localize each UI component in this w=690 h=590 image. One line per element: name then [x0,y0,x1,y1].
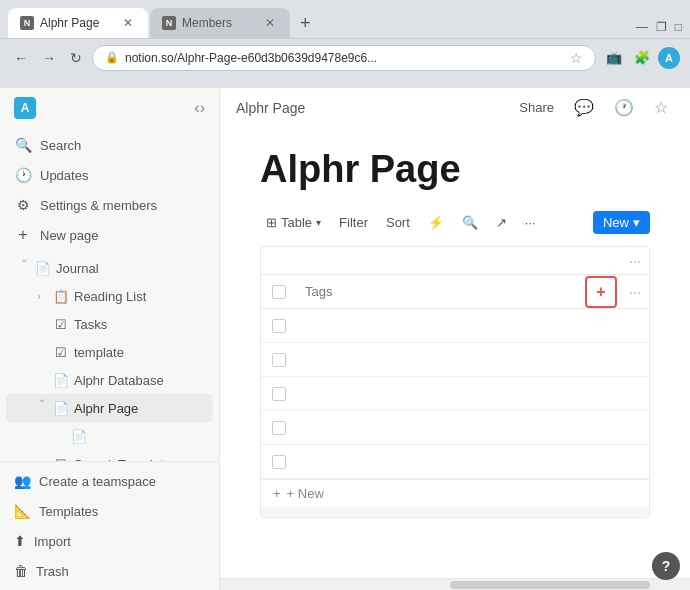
row-1-checkbox[interactable] [272,319,286,333]
bookmark-icon[interactable]: ☆ [570,50,583,66]
share-button[interactable]: Share [513,97,560,118]
sidebar-item-templates[interactable]: 📐 Templates [6,496,213,526]
extension-puzzle-icon[interactable]: 🧩 [630,48,654,67]
tab-title-members: Members [182,16,256,30]
sidebar-item-tasks[interactable]: › ☑ Tasks [6,310,213,338]
sidebar-item-create-teamspace[interactable]: 👥 Create a teamspace [6,466,213,496]
comment-button[interactable]: 💬 [568,95,600,120]
sidebar-item-search[interactable]: 🔍 Search [6,130,213,160]
table-row [261,411,649,445]
table-view-button[interactable]: ⊞ Table ▾ [260,212,327,233]
workspace-avatar: A [14,97,36,119]
back-button[interactable]: ← [10,48,32,68]
journal-icon: 📄 [34,259,52,277]
search-button[interactable]: 🔍 [456,212,484,233]
column-more-button[interactable]: ··· [621,284,649,300]
new-arrow-icon: ▾ [633,215,640,230]
alphr-page-label: Alphr Page [74,401,209,416]
tab-favicon-members: N [162,16,176,30]
link-icon: ↗ [496,215,507,230]
reload-button[interactable]: ↻ [66,48,86,68]
lightning-button[interactable]: ⚡ [422,212,450,233]
sidebar-nav: 🔍 Search 🕐 Updates ⚙ Settings & members … [0,128,219,252]
sidebar-item-settings[interactable]: ⚙ Settings & members [6,190,213,220]
reading-list-icon: 📋 [52,287,70,305]
link-button[interactable]: ↗ [490,212,513,233]
import-label: Import [34,534,71,549]
templates-label: Templates [39,504,98,519]
help-icon: ? [662,558,671,574]
search-icon: 🔍 [14,136,32,154]
page-header-bar: Alphr Page Share 💬 🕐 ☆ [220,88,690,128]
row-5-checkbox[interactable] [272,455,286,469]
profile-icon[interactable]: A [658,47,680,69]
forward-button[interactable]: → [38,48,60,68]
table-footer [261,507,649,517]
address-bar: ← → ↻ 🔒 notion.so/Alphr-Page-e60d3b0639d… [0,38,690,76]
table-header-more-icon[interactable]: ··· [629,253,641,269]
settings-icon: ⚙ [14,196,32,214]
tags-column-label: Tags [305,284,332,299]
favorite-button[interactable]: ☆ [648,95,674,120]
tab-close-alphr[interactable]: ✕ [120,15,136,31]
sidebar: A ‹› 🔍 Search 🕐 Updates ⚙ Settings & mem… [0,88,220,590]
alphr-database-icon: 📄 [52,371,70,389]
new-record-button[interactable]: New ▾ [593,211,650,234]
templates-icon: 📐 [14,503,31,519]
trash-icon: 🗑 [14,563,28,579]
row-2-checkbox[interactable] [272,353,286,367]
table-row [261,343,649,377]
sidebar-bottom: 👥 Create a teamspace 📐 Templates ⬆ Impor… [0,461,219,590]
more-options-button[interactable]: ··· [519,212,542,233]
expand-icon-alphr-page: › [30,399,48,417]
page-header-actions: Share 💬 🕐 ☆ [513,95,674,120]
expand-icon-reading-list: › [30,287,48,305]
header-name-col: Tags [297,284,581,299]
header-checkbox[interactable] [272,285,286,299]
sidebar-item-reading-list[interactable]: › 📋 Reading List [6,282,213,310]
sidebar-item-unnamed[interactable]: › 📄 [6,422,213,450]
sidebar-item-template[interactable]: › ☑ template [6,338,213,366]
import-icon: ⬆ [14,533,26,549]
new-tab-button[interactable]: + [292,9,319,38]
row-4-checkbox[interactable] [272,421,286,435]
tab-close-members[interactable]: ✕ [262,15,278,31]
tab-alphr-page[interactable]: N Alphr Page ✕ [8,8,148,38]
new-row-button[interactable]: + + New [261,479,649,507]
sidebar-item-journal[interactable]: › 📄 Journal [6,254,213,282]
lightning-icon: ⚡ [428,215,444,230]
sidebar-item-alphr-page[interactable]: › 📄 Alphr Page [6,394,213,422]
sidebar-item-new-page[interactable]: + New page [6,220,213,250]
table-header: Tags + ··· [261,275,649,309]
sidebar-item-import[interactable]: ⬆ Import [6,526,213,556]
tab-members[interactable]: N Members ✕ [150,8,290,38]
table-row [261,377,649,411]
url-bar[interactable]: 🔒 notion.so/Alphr-Page-e60d3b0639d9478e9… [92,45,596,71]
help-button[interactable]: ? [652,552,680,580]
sidebar-item-trash[interactable]: 🗑 Trash [6,556,213,586]
row-3-checkbox[interactable] [272,387,286,401]
minimize-button[interactable]: — [636,20,648,34]
row-3-checkbox-cell [261,387,297,401]
sample-template-icon: ☑ [52,455,70,461]
new-label: New [603,215,629,230]
add-column-button[interactable]: + [585,276,617,308]
workspace-button[interactable]: A [8,93,188,123]
history-button[interactable]: 🕐 [608,95,640,120]
sidebar-toggle-button[interactable]: ‹› [188,97,211,119]
restore-button[interactable]: ❐ [656,20,667,34]
cast-icon[interactable]: 📺 [602,48,626,67]
tab-favicon-alphr: N [20,16,34,30]
row-4-checkbox-cell [261,421,297,435]
trash-label: Trash [36,564,69,579]
filter-button[interactable]: Filter [333,212,374,233]
sidebar-item-alphr-database[interactable]: › 📄 Alphr Database [6,366,213,394]
sort-button[interactable]: Sort [380,212,416,233]
reading-list-label: Reading List [74,289,209,304]
sample-template-label: SampleTemplate [74,457,209,462]
tasks-label: Tasks [74,317,209,332]
maximize-button[interactable]: □ [675,20,682,34]
sidebar-item-updates[interactable]: 🕐 Updates [6,160,213,190]
sidebar-item-sample-template[interactable]: › ☑ SampleTemplate [6,450,213,461]
scrollbar-thumb[interactable] [450,581,650,589]
